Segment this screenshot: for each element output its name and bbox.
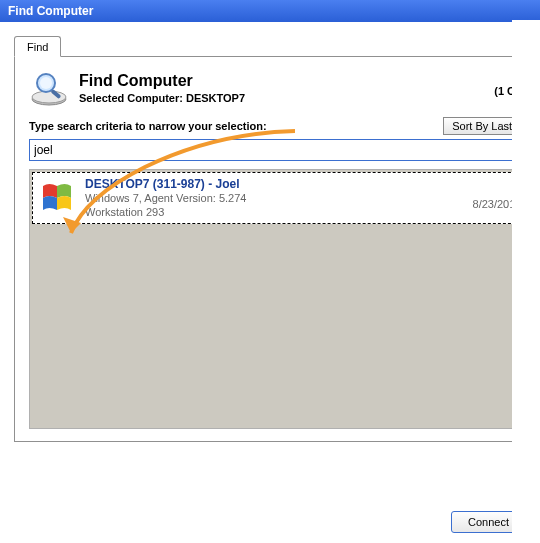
windows-logo-icon bbox=[39, 180, 75, 216]
tab-find[interactable]: Find bbox=[14, 36, 61, 57]
bottom-bar: Connect bbox=[0, 511, 540, 533]
panel-header: Find Computer Selected Computer: DESKTOP… bbox=[29, 69, 540, 107]
svg-point-1 bbox=[32, 91, 66, 103]
results-list: DESKTOP7 (311-987) - Joel Windows 7, Age… bbox=[29, 169, 540, 429]
page-right-mask bbox=[512, 20, 540, 543]
search-icon bbox=[29, 69, 69, 107]
search-input[interactable] bbox=[29, 139, 540, 161]
window-titlebar: Find Computer bbox=[0, 0, 540, 22]
result-title: DESKTOP7 (311-987) - Joel bbox=[85, 177, 463, 191]
tab-strip: Find bbox=[14, 32, 540, 56]
selected-computer-label: Selected Computer: DESKTOP7 bbox=[79, 92, 474, 104]
tab-find-label: Find bbox=[27, 41, 48, 53]
find-panel: Find Computer Selected Computer: DESKTOP… bbox=[14, 56, 540, 442]
search-label: Type search criteria to narrow your sele… bbox=[29, 120, 443, 132]
list-item[interactable]: DESKTOP7 (311-987) - Joel Windows 7, Age… bbox=[32, 172, 540, 224]
result-workstation: Workstation 293 bbox=[85, 205, 463, 219]
window-title: Find Computer bbox=[8, 4, 93, 18]
svg-point-3 bbox=[40, 77, 52, 89]
result-os-line: Windows 7, Agent Version: 5.274 bbox=[85, 191, 463, 205]
panel-title: Find Computer bbox=[79, 72, 474, 90]
